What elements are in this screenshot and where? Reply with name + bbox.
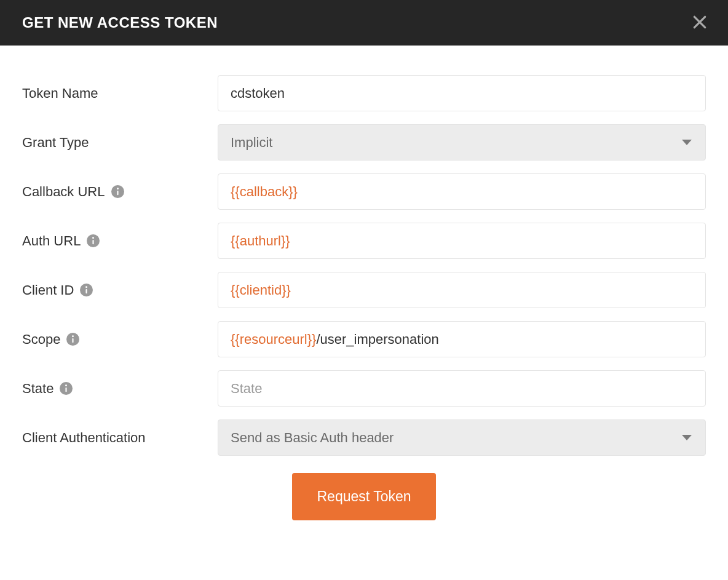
label-auth-url: Auth URL <box>22 233 218 249</box>
label-text: Token Name <box>22 85 98 101</box>
close-icon <box>692 14 708 32</box>
client-id-value: {{clientid}} <box>231 282 693 298</box>
label-text: Client Authentication <box>22 430 146 446</box>
scope-input[interactable]: {{resourceurl}}/user_impersonation <box>218 321 706 357</box>
info-icon[interactable] <box>87 234 100 247</box>
modal-header: GET NEW ACCESS TOKEN <box>0 0 728 46</box>
row-callback-url: Callback URL {{callback}} <box>22 173 706 210</box>
grant-type-select[interactable]: Implicit <box>218 124 706 161</box>
info-icon[interactable] <box>111 185 124 198</box>
label-scope: Scope <box>22 332 218 348</box>
svg-rect-7 <box>86 289 87 293</box>
label-grant-type: Grant Type <box>22 135 218 151</box>
grant-type-value: Implicit <box>231 135 272 151</box>
svg-point-14 <box>65 384 67 386</box>
info-icon[interactable] <box>60 382 73 395</box>
label-callback-url: Callback URL <box>22 184 218 200</box>
client-auth-value: Send as Basic Auth header <box>231 430 394 446</box>
row-auth-url: Auth URL {{authurl}} <box>22 223 706 259</box>
row-state: State State <box>22 370 706 407</box>
label-text: State <box>22 381 53 397</box>
row-grant-type: Grant Type Implicit <box>22 124 706 161</box>
modal-form: Token Name cdstoken Grant Type Implicit <box>0 46 728 551</box>
label-text: Client ID <box>22 282 74 298</box>
label-text: Callback URL <box>22 184 105 200</box>
row-client-auth: Client Authentication Send as Basic Auth… <box>22 419 706 456</box>
state-placeholder: State <box>231 381 693 397</box>
modal-title: GET NEW ACCESS TOKEN <box>22 14 218 31</box>
token-name-value: cdstoken <box>231 85 693 101</box>
label-text: Grant Type <box>22 135 89 151</box>
row-token-name: Token Name cdstoken <box>22 75 706 111</box>
info-icon[interactable] <box>66 333 79 346</box>
client-id-input[interactable]: {{clientid}} <box>218 272 706 308</box>
row-scope: Scope {{resourceurl}}/user_impersonation <box>22 321 706 357</box>
label-state: State <box>22 381 218 397</box>
info-icon[interactable] <box>80 284 93 296</box>
svg-rect-4 <box>93 240 94 244</box>
request-token-button[interactable]: Request Token <box>292 473 435 520</box>
chevron-down-icon <box>682 140 692 145</box>
callback-url-value: {{callback}} <box>231 184 693 200</box>
label-client-auth: Client Authentication <box>22 430 218 446</box>
chevron-down-icon <box>682 435 692 440</box>
auth-url-input[interactable]: {{authurl}} <box>218 223 706 259</box>
svg-rect-13 <box>66 387 67 392</box>
label-text: Scope <box>22 332 60 348</box>
svg-rect-10 <box>73 338 74 343</box>
label-token-name: Token Name <box>22 85 218 101</box>
label-text: Auth URL <box>22 233 81 249</box>
svg-point-5 <box>92 237 94 239</box>
auth-url-value: {{authurl}} <box>231 233 693 249</box>
svg-point-8 <box>85 286 87 288</box>
callback-url-input[interactable]: {{callback}} <box>218 173 706 210</box>
token-name-input[interactable]: cdstoken <box>218 75 706 111</box>
svg-point-2 <box>117 188 119 189</box>
svg-rect-1 <box>117 191 118 195</box>
modal-footer: Request Token <box>22 473 706 520</box>
state-input[interactable]: State <box>218 370 706 407</box>
scope-value: {{resourceurl}}/user_impersonation <box>231 332 693 348</box>
client-auth-select[interactable]: Send as Basic Auth header <box>218 419 706 456</box>
close-button[interactable] <box>690 13 710 33</box>
access-token-modal: GET NEW ACCESS TOKEN Token Name cdstoken… <box>0 0 728 551</box>
row-client-id: Client ID {{clientid}} <box>22 272 706 308</box>
label-client-id: Client ID <box>22 282 218 298</box>
svg-point-11 <box>72 335 74 337</box>
